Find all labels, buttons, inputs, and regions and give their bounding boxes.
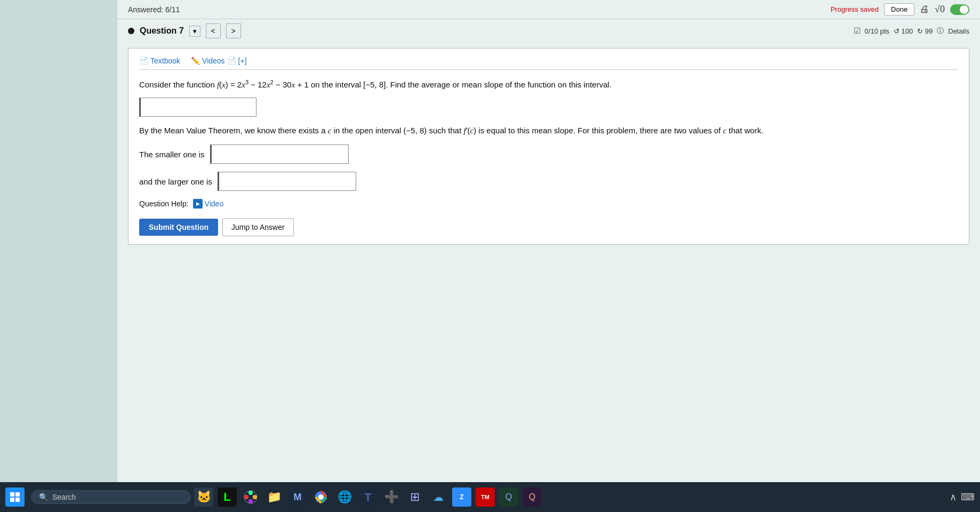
question-label: Question 7: [140, 26, 184, 36]
larger-c-input[interactable]: [218, 172, 356, 191]
question-help-label: Question Help:: [139, 199, 189, 208]
taskbar-app-l[interactable]: L: [218, 487, 237, 507]
info-icon: ⓘ: [937, 26, 944, 36]
chrome-icon: [314, 490, 328, 504]
taskbar-app-cloud[interactable]: ☁: [429, 487, 448, 507]
taskbar-app-teams[interactable]: T: [358, 487, 377, 507]
start-button[interactable]: [5, 487, 25, 507]
taskbar-app-edge[interactable]: 🌐: [335, 487, 354, 507]
mean-slope-input[interactable]: [139, 98, 256, 117]
remaining-text: ↻ 99: [917, 27, 933, 35]
svg-rect-3: [15, 498, 20, 502]
chevron-up-icon[interactable]: ∧: [950, 491, 957, 503]
print-icon[interactable]: 🖨: [920, 4, 929, 15]
svg-point-7: [248, 499, 253, 503]
svg-point-6: [253, 495, 257, 499]
action-buttons: Submit Question Jump to Answer: [139, 218, 958, 236]
main-content: Answered: 6/11 Progress saved Done 🖨 √0 …: [117, 0, 980, 482]
smaller-label: The smaller one is: [139, 150, 205, 159]
answered-label: Answered: 6/11: [128, 5, 180, 14]
mvt-text: By the Mean Value Theorem, we know there…: [139, 125, 958, 137]
svg-point-5: [248, 491, 253, 495]
videos-copy-icon: 📄: [227, 57, 236, 65]
color-app-icon: [243, 490, 258, 505]
videos-tab[interactable]: ✏️ Videos 📄 [+]: [191, 57, 247, 65]
taskbar: 🔍 Search 🐱 L 📁 M 🌐 T ➕ ⊞ ☁ Z TM Q Q: [0, 482, 980, 512]
textbook-label: Textbook: [150, 57, 180, 65]
videos-label: Videos: [202, 57, 225, 65]
top-bar: Answered: 6/11 Progress saved Done 🖨 √0: [117, 0, 980, 19]
video-play-icon: [193, 199, 203, 209]
textbook-tab[interactable]: 📄 Textbook: [139, 57, 180, 65]
taskbar-app-qa1[interactable]: Q: [499, 487, 518, 507]
svg-point-10: [318, 494, 324, 500]
taskbar-app-grid[interactable]: ⊞: [405, 487, 424, 507]
question-nav: Question 7 ▾ < > ☑ 0/10 pts ↺ 100 ↻ 99 ⓘ…: [117, 19, 980, 43]
question-dropdown[interactable]: ▾: [189, 26, 200, 37]
plus-label: [+]: [238, 57, 247, 65]
sidebar: [0, 0, 117, 482]
done-button[interactable]: Done: [884, 3, 914, 15]
taskbar-app-pharaoh[interactable]: 🐱: [194, 487, 213, 507]
score-icon: ☑: [854, 26, 861, 36]
svg-rect-1: [15, 492, 20, 497]
svg-rect-2: [10, 498, 14, 502]
search-label: Search: [52, 493, 76, 501]
taskbar-app-chrome[interactable]: [311, 487, 331, 507]
question-nav-left: Question 7 ▾ < >: [128, 23, 241, 38]
larger-c-row: and the larger one is: [139, 172, 958, 191]
smaller-c-row: The smaller one is: [139, 145, 958, 164]
jump-button[interactable]: Jump to Answer: [222, 218, 294, 236]
progress-saved-text: Progress saved: [831, 5, 879, 13]
next-question-button[interactable]: >: [226, 23, 241, 38]
taskbar-app-qa2[interactable]: Q: [523, 487, 542, 507]
video-icon: ✏️: [191, 57, 200, 65]
answered-count: Answered: 6/11: [128, 5, 180, 14]
svg-point-8: [244, 495, 248, 499]
question-status-dot: [128, 28, 134, 34]
toggle-switch[interactable]: [950, 4, 969, 15]
submit-button[interactable]: Submit Question: [139, 219, 218, 236]
question-help: Question Help: Video: [139, 199, 958, 209]
sqrt-icon[interactable]: √0: [935, 4, 945, 15]
textbook-icon: 📄: [139, 57, 148, 65]
svg-rect-0: [10, 492, 14, 497]
taskbar-app-firstaid[interactable]: ➕: [382, 487, 401, 507]
video-link-label: Video: [205, 199, 224, 208]
smaller-c-input[interactable]: [210, 145, 349, 164]
prev-question-button[interactable]: <: [206, 23, 221, 38]
video-link[interactable]: Video: [193, 199, 224, 209]
details-link[interactable]: Details: [948, 27, 969, 35]
attempts-text: ↺ 100: [894, 27, 913, 35]
windows-logo-icon: [10, 492, 20, 502]
taskbar-app-game[interactable]: M: [288, 487, 307, 507]
top-bar-right: Progress saved Done 🖨 √0: [831, 3, 969, 15]
taskbar-app-color[interactable]: [241, 487, 260, 507]
tab-bar: 📄 Textbook ✏️ Videos 📄 [+]: [139, 57, 958, 70]
system-tray: ∧ ⌨: [950, 491, 975, 503]
taskbar-app-tm[interactable]: TM: [476, 487, 495, 507]
problem-text: Consider the function f(x) = 2x3 − 12x2 …: [139, 78, 958, 91]
question-box: 📄 Textbook ✏️ Videos 📄 [+] Consider the …: [128, 48, 969, 245]
taskbar-app-zoom[interactable]: Z: [452, 487, 471, 507]
score-text: 0/10 pts: [865, 27, 889, 35]
keyboard-icon[interactable]: ⌨: [961, 491, 975, 503]
question-nav-right: ☑ 0/10 pts ↺ 100 ↻ 99 ⓘ Details: [854, 26, 969, 36]
taskbar-app-files[interactable]: 📁: [264, 487, 284, 507]
taskbar-search-box[interactable]: 🔍 Search: [31, 490, 191, 504]
search-icon: 🔍: [39, 493, 48, 501]
larger-label: and the larger one is: [139, 177, 212, 186]
